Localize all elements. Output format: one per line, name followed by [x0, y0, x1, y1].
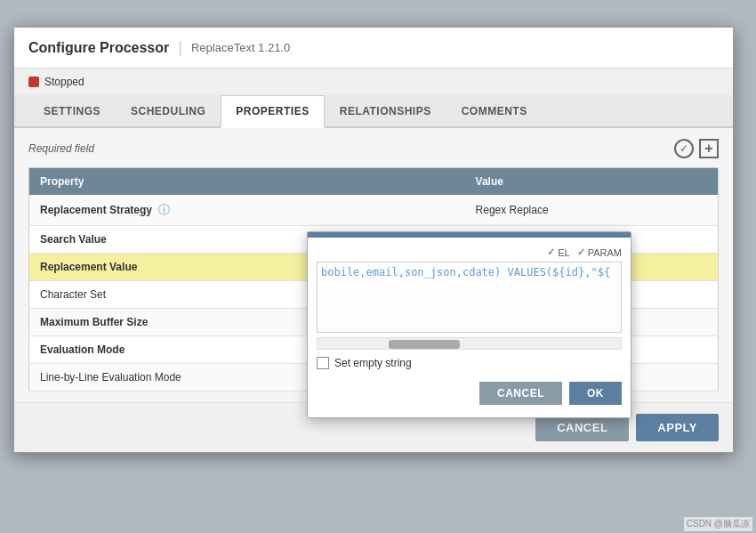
tab-relationships[interactable]: RELATIONSHIPS [325, 95, 446, 128]
el-label: EL [558, 247, 569, 258]
inner-dialog-body: ✓ EL ✓ PARAM bobile,email,son_json,cdate… [308, 238, 631, 417]
apply-button[interactable]: APPLY [636, 414, 719, 441]
dialog-separator: | [178, 38, 182, 57]
prop-value-replacement-strategy[interactable]: Regex Replace [465, 195, 719, 226]
watermark: CSDN @脑瓜凉 [684, 517, 752, 531]
required-icons: ✓ + [674, 139, 719, 158]
dialog-status-row: Stopped [14, 69, 733, 95]
add-property-icon[interactable]: + [699, 139, 719, 158]
help-icon-replacement-strategy[interactable]: ⓘ [158, 203, 170, 216]
inner-ok-button[interactable]: OK [569, 382, 622, 405]
required-field-label: Required field [28, 142, 94, 155]
prop-name-replacement-strategy: Replacement Strategy ⓘ [29, 195, 465, 226]
verify-icon[interactable]: ✓ [674, 139, 694, 158]
tab-settings[interactable]: SETTINGS [28, 95, 116, 128]
tab-scheduling[interactable]: SCHEDULING [116, 95, 221, 128]
col-property: Property [29, 168, 465, 196]
empty-string-label: Set empty string [334, 357, 412, 369]
tab-comments[interactable]: COMMENTS [446, 95, 543, 128]
tab-properties[interactable]: PROPERTIES [221, 95, 324, 128]
dialog-subtitle: ReplaceText 1.21.0 [191, 41, 290, 54]
param-check-icon: ✓ [577, 246, 585, 258]
col-value: Value [465, 168, 719, 196]
status-label: Stopped [44, 76, 84, 88]
value-editor-textarea[interactable]: bobile,email,son_json,cdate) VALUES(${id… [317, 262, 622, 333]
tab-bar: SETTINGS SCHEDULING PROPERTIES RELATIONS… [14, 95, 733, 128]
editor-tools-row: ✓ EL ✓ PARAM [317, 246, 622, 258]
status-dot-stopped [28, 77, 39, 87]
dialog-title: Configure Processor [28, 40, 169, 56]
param-tool[interactable]: ✓ PARAM [577, 246, 622, 258]
empty-string-checkbox[interactable] [317, 357, 329, 369]
scrollbar-thumb [389, 340, 460, 349]
dialog-header: Configure Processor | ReplaceText 1.21.0 [14, 28, 733, 69]
table-row: Replacement Strategy ⓘ Regex Replace [29, 195, 719, 226]
el-tool[interactable]: ✓ EL [547, 246, 569, 258]
table-header-row: Property Value [29, 168, 719, 196]
property-value-editor-dialog: ✓ EL ✓ PARAM bobile,email,son_json,cdate… [307, 231, 631, 418]
el-check-icon: ✓ [547, 246, 555, 258]
textarea-scrollbar[interactable] [317, 337, 622, 350]
required-row: Required field ✓ + [28, 139, 719, 158]
inner-dialog-footer: CANCEL OK [317, 376, 622, 408]
inner-cancel-button[interactable]: CANCEL [479, 382, 562, 405]
param-label: PARAM [588, 247, 622, 258]
empty-string-row: Set empty string [317, 357, 622, 369]
